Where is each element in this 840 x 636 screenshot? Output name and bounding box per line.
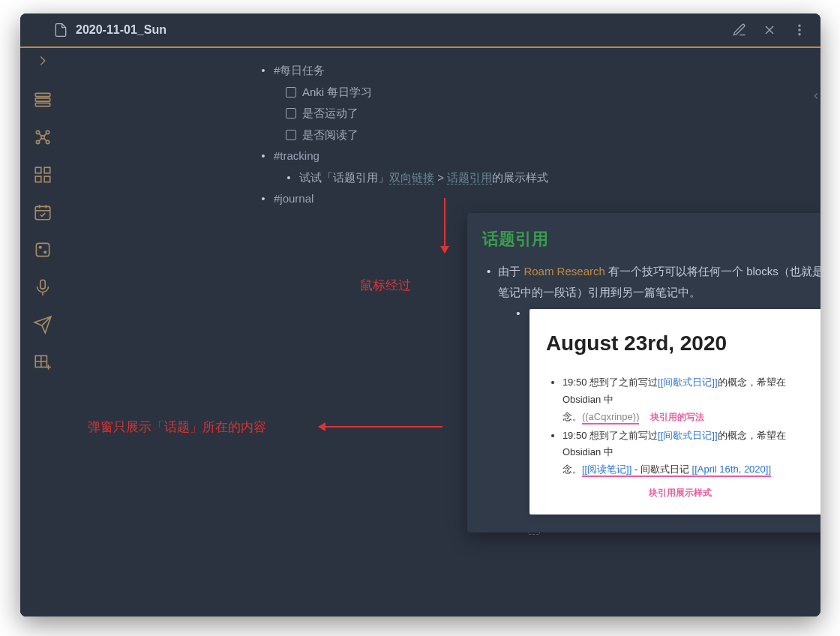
close-icon[interactable] xyxy=(762,22,777,38)
svg-rect-25 xyxy=(36,243,49,256)
svg-line-13 xyxy=(39,134,41,136)
task-label: Anki 每日学习 xyxy=(302,86,372,98)
svg-line-15 xyxy=(39,139,41,141)
svg-rect-17 xyxy=(35,167,41,173)
svg-rect-7 xyxy=(35,103,50,106)
left-rail xyxy=(20,48,65,616)
graph-icon[interactable] xyxy=(33,128,52,147)
annotation-arrow-left xyxy=(319,426,442,428)
embed-title: August 23rd, 2020 xyxy=(546,324,815,363)
embed-row-1: 19:50 想到了之前写过[[间歇式日记]]的概念，希望在 Obsidian 中… xyxy=(562,374,815,425)
popover-nested: August 23rd, 2020 19:50 想到了之前写过[[间歇式日记]]… xyxy=(516,303,820,514)
svg-point-11 xyxy=(46,140,49,143)
embed-link[interactable]: [[April 16th, 2020]] xyxy=(692,464,772,477)
svg-point-9 xyxy=(46,130,49,134)
task-row: 是否阅读了 xyxy=(286,124,806,146)
embed-time: 19:50 xyxy=(562,376,587,388)
embed-link[interactable]: [[阅读笔记]] xyxy=(582,464,632,477)
checkbox[interactable] xyxy=(286,108,296,118)
svg-rect-28 xyxy=(40,280,46,289)
svg-line-14 xyxy=(44,134,46,136)
tracking-suffix: 的展示样式 xyxy=(492,171,548,184)
popover-body-link[interactable]: Roam Research xyxy=(524,265,604,278)
svg-point-4 xyxy=(799,34,800,35)
svg-point-2 xyxy=(799,25,800,26)
bullet-daily-tasks: #每日任务 xyxy=(260,60,806,82)
svg-point-3 xyxy=(799,29,800,31)
svg-rect-18 xyxy=(44,167,50,173)
hover-preview-popover: 话题引用 由于 Roam Research 有一个技巧可以将任何一个 block… xyxy=(467,213,820,532)
file-icon xyxy=(53,22,68,38)
calendar-check-icon[interactable] xyxy=(33,202,52,222)
svg-point-27 xyxy=(44,251,46,254)
bullet-journal: #journal xyxy=(260,188,806,210)
tag-tracking[interactable]: #tracking xyxy=(274,146,320,167)
popover-title: 话题引用 xyxy=(482,228,820,250)
svg-rect-19 xyxy=(35,176,41,182)
editor-pane[interactable]: #每日任务 Anki 每日学习 是否运动了 是否阅读了 #tracking 试试… xyxy=(65,48,820,616)
dice-icon[interactable] xyxy=(33,240,52,260)
tracking-prefix: 试试「话题引用」 xyxy=(299,171,389,184)
note-content: #每日任务 Anki 每日学习 是否运动了 是否阅读了 #tracking 试试… xyxy=(260,60,806,210)
link-topic-quote[interactable]: 话题引用 xyxy=(447,171,492,184)
title-bar: 2020-11-01_Sun xyxy=(20,14,820,46)
svg-point-26 xyxy=(39,246,41,248)
bullet-tracking: #tracking xyxy=(260,146,806,167)
app-window: 2020-11-01_Sun #每日任务 Anki 每日学习 是否运动了 是否阅 xyxy=(20,14,820,616)
svg-point-10 xyxy=(36,140,39,143)
task-label: 是否阅读了 xyxy=(302,128,358,141)
tracking-sep: > xyxy=(434,171,447,184)
task-label: 是否运动了 xyxy=(302,106,358,119)
svg-rect-20 xyxy=(44,176,50,182)
svg-point-8 xyxy=(36,130,39,134)
embed-row-2: 19:50 想到了之前写过[[间歇式日记]]的概念，希望在 Obsidian 中… xyxy=(562,428,815,478)
collapse-sidebar-icon[interactable] xyxy=(34,52,51,69)
popover-body-row: 由于 Roam Research 有一个技巧可以将任何一个 blocks（也就是… xyxy=(487,261,820,514)
checkbox[interactable] xyxy=(286,130,296,140)
svg-point-12 xyxy=(41,136,44,139)
annotation-popup-label: 弹窗只展示「话题」所在的内容 xyxy=(88,418,266,436)
task-row: 是否运动了 xyxy=(286,103,806,124)
database-icon[interactable] xyxy=(33,90,52,110)
more-vertical-icon[interactable] xyxy=(792,22,807,38)
document-title: 2020-11-01_Sun xyxy=(76,23,732,37)
embed-link[interactable]: [[间歇式日记]] xyxy=(658,376,717,388)
embed-list: 19:50 想到了之前写过[[间歇式日记]]的概念，希望在 Obsidian 中… xyxy=(546,374,815,478)
title-actions xyxy=(732,22,807,38)
microphone-icon[interactable] xyxy=(33,278,52,297)
task-row: Anki 每日学习 xyxy=(286,82,806,104)
popover-body-pre: 由于 xyxy=(498,265,524,278)
annotation-arrow-down xyxy=(444,198,446,253)
edit-icon[interactable] xyxy=(732,22,747,38)
svg-rect-6 xyxy=(35,98,50,101)
annotation-hover-label: 鼠标经过 xyxy=(360,277,411,294)
link-bidirectional[interactable]: 双向链接 xyxy=(389,171,434,184)
embed-link[interactable]: [[间歇式日记]] xyxy=(658,430,717,441)
expand-right-panel-icon[interactable] xyxy=(811,86,820,106)
grid-icon[interactable] xyxy=(33,165,52,184)
annotation-block-ref-display: 块引用展示样式 xyxy=(546,484,815,501)
annotation-block-ref-syntax: 块引用的写法 xyxy=(650,412,704,422)
svg-rect-5 xyxy=(35,93,50,96)
tag-daily[interactable]: #每日任务 xyxy=(274,60,325,82)
tag-journal[interactable]: #journal xyxy=(274,188,314,210)
checkbox[interactable] xyxy=(286,87,296,98)
popover-list: 由于 Roam Research 有一个技巧可以将任何一个 blocks（也就是… xyxy=(482,261,820,514)
svg-line-16 xyxy=(44,139,46,141)
embed-card: August 23rd, 2020 19:50 想到了之前写过[[间歇式日记]]… xyxy=(530,309,820,514)
svg-rect-21 xyxy=(35,206,50,219)
embed-time: 19:50 xyxy=(562,430,587,441)
tracking-line: 试试「话题引用」双向链接 > 话题引用的展示样式 xyxy=(286,167,806,189)
send-icon[interactable] xyxy=(33,315,52,334)
body-area: #每日任务 Anki 每日学习 是否运动了 是否阅读了 #tracking 试试… xyxy=(20,48,820,616)
table-plus-icon[interactable] xyxy=(33,352,52,372)
block-ref-code: ((aCqxrinpe)) xyxy=(582,411,640,424)
